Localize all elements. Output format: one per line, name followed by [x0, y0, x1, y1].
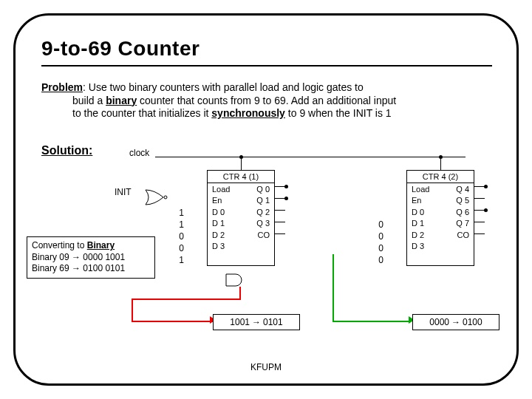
bit-en: 1: [174, 207, 184, 219]
footer-text: KFUPM: [0, 362, 532, 372]
bit-d2: 0: [174, 242, 184, 254]
problem-statement: Problem: Use two binary counters with pa…: [41, 81, 491, 120]
ctr1-d2-pin: D 2: [212, 231, 225, 239]
problem-binary-word: binary: [106, 95, 137, 106]
wire-stub: [275, 186, 285, 187]
ctr1-en-pin: En: [212, 196, 222, 205]
problem-label: Problem: [41, 81, 83, 93]
ctr2-d1-pin: D 1: [412, 219, 424, 228]
feedback-wire: [132, 299, 241, 300]
feedback-wire: [239, 287, 241, 299]
bit-d1: 0: [174, 231, 184, 242]
wire-node: [284, 185, 288, 188]
carry-wire: [332, 321, 409, 322]
feedback-wire: [132, 299, 133, 321]
counter-2-input-bits: 0 0 0 0: [373, 219, 383, 266]
bit-d3: 0: [373, 254, 383, 266]
wire-stub: [474, 210, 485, 211]
counter-1-box: CTR 4 (1) LoadQ 0 EnQ 1 D 0Q 2 D 1Q 3 D …: [207, 170, 275, 266]
wire-stub: [275, 233, 285, 234]
wire-stub: [275, 210, 285, 211]
ctr2-d3-pin: D 3: [412, 242, 424, 250]
problem-line2a: build a: [72, 95, 106, 106]
ctr2-q4-pin: Q 4: [456, 185, 469, 194]
wire-node: [284, 197, 288, 200]
arrow-icon: →: [449, 317, 463, 327]
wire-node: [484, 185, 488, 188]
carry-wire: [332, 254, 334, 322]
conversion-box: Converting to Binary Binary 09 → 0000 10…: [27, 236, 155, 279]
ctr2-d0-pin: D 0: [412, 208, 424, 216]
conv-line-2: Binary 69 → 0100 0101: [32, 263, 150, 275]
bit-d1: 0: [373, 231, 383, 242]
wire-node: [239, 155, 243, 159]
ctr1-load-pin: Load: [212, 185, 230, 194]
feedback-wire: [132, 321, 213, 322]
problem-line3a: to the counter that initializes it: [72, 107, 211, 119]
counter-2-title: CTR 4 (2): [407, 171, 474, 183]
wire-stub: [474, 186, 485, 187]
ctr2-co-pin: CO: [457, 231, 470, 239]
problem-sync-word: synchronously: [211, 107, 285, 119]
counter-2-box: CTR 4 (2) LoadQ 4 EnQ 5 D 0Q 6 D 1Q 7 D …: [406, 170, 474, 266]
range1-from: 1001: [230, 317, 250, 327]
conv-head: Converting to: [32, 240, 87, 250]
ctr2-d2-pin: D 2: [412, 231, 424, 239]
ctr1-q2-pin: Q 2: [256, 208, 270, 216]
bit-d3: 1: [174, 254, 184, 266]
and-gate-icon: [225, 273, 246, 287]
range2-from: 0000: [429, 317, 449, 327]
conv-line-1: Binary 09 → 0000 1001: [32, 252, 150, 264]
slide-title: 9-to-69 Counter: [41, 37, 200, 61]
conv-head-b: Binary: [87, 240, 115, 250]
wire-stub: [474, 198, 485, 199]
ctr1-d1-pin: D 1: [212, 219, 225, 228]
bit-d0: 0: [373, 219, 383, 231]
wire-node: [439, 155, 443, 159]
range-box-2: 0000 → 0100: [412, 314, 499, 330]
wire-stub: [275, 222, 285, 222]
ctr1-q1-pin: Q 1: [256, 196, 270, 205]
bit-d0: 1: [174, 219, 184, 231]
clock-label: clock: [129, 148, 149, 158]
ctr2-en-pin: En: [412, 196, 421, 205]
ctr1-q0-pin: Q 0: [256, 185, 270, 194]
range2-to: 0100: [463, 317, 482, 327]
problem-line3c: to 9 when the INIT is 1: [285, 107, 392, 119]
wire-stub: [474, 233, 485, 234]
ctr1-co-pin: CO: [258, 231, 270, 239]
wire-node: [484, 208, 488, 212]
title-underline: [41, 65, 492, 66]
problem-line1: : Use two binary counters with parallel …: [83, 81, 364, 93]
svg-point-0: [164, 196, 167, 199]
range1-to: 0101: [263, 317, 283, 327]
bit-d2: 0: [373, 242, 383, 254]
solution-label: Solution:: [41, 144, 92, 157]
clock-wire: [155, 157, 466, 157]
ctr1-q3-pin: Q 3: [256, 219, 270, 228]
counter-1-title: CTR 4 (1): [208, 171, 274, 183]
wire-stub: [474, 222, 485, 222]
range-box-1: 1001 → 0101: [213, 314, 300, 330]
arrow-icon: →: [250, 317, 263, 327]
problem-line2c: counter that counts from 9 to 69. Add an…: [137, 95, 396, 106]
ctr1-d0-pin: D 0: [212, 208, 225, 216]
counter-1-input-bits: 1 1 0 0 1: [174, 207, 184, 266]
ctr2-q5-pin: Q 5: [456, 196, 469, 205]
ctr2-load-pin: Load: [412, 185, 429, 194]
ctr1-d3-pin: D 3: [212, 242, 225, 250]
ctr2-q7-pin: Q 7: [456, 219, 469, 228]
or-gate-icon: [144, 189, 168, 205]
ctr2-q6-pin: Q 6: [456, 208, 469, 216]
init-label: INIT: [115, 187, 132, 197]
wire-stub: [275, 198, 285, 199]
